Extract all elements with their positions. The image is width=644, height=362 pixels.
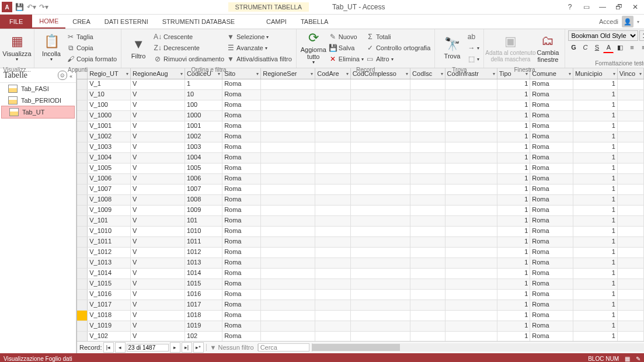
- cell-codisc[interactable]: [410, 185, 445, 194]
- cell-codare[interactable]: [315, 311, 350, 321]
- nav-item-tab_fasi[interactable]: Tab_FASI: [0, 83, 76, 95]
- cell-regioneaug[interactable]: V: [131, 121, 185, 131]
- replace-button[interactable]: ab: [466, 32, 481, 42]
- cell-regioneaug[interactable]: V: [131, 258, 185, 268]
- cell-tipo[interactable]: 1: [497, 269, 531, 279]
- cell-vinco[interactable]: [618, 332, 644, 341]
- row-selector[interactable]: [77, 248, 88, 257]
- cell-codare[interactable]: [315, 290, 350, 300]
- cell-regioneser[interactable]: [261, 290, 315, 300]
- prev-record-button[interactable]: ◂: [115, 342, 126, 353]
- cell-codare[interactable]: [315, 111, 350, 121]
- cell-regioneser[interactable]: [261, 174, 315, 184]
- cell-municipio[interactable]: 1: [573, 206, 618, 215]
- copia-formato-button[interactable]: 🖌Copia formato: [65, 54, 118, 64]
- cell-sito[interactable]: Roma: [222, 227, 261, 236]
- cell-regioneser[interactable]: [261, 248, 315, 257]
- cell-regioneser[interactable]: [261, 237, 315, 247]
- cell-sito[interactable]: Roma: [222, 290, 261, 300]
- cell-sito[interactable]: Roma: [222, 258, 261, 268]
- cell-municipio[interactable]: 1: [573, 311, 618, 321]
- row-selector[interactable]: [77, 269, 88, 279]
- elimina-button[interactable]: ✕Elimina▾: [328, 54, 365, 64]
- table-row[interactable]: V_101V101Roma1Roma1: [77, 216, 644, 227]
- bold-button[interactable]: G: [568, 42, 579, 53]
- cell-codice[interactable]: 1002: [185, 132, 222, 142]
- row-selector[interactable]: [77, 163, 88, 173]
- cell-regioneaug[interactable]: V: [131, 248, 185, 257]
- table-row[interactable]: V_1011V1011Roma1Roma1: [77, 237, 644, 248]
- tab-crea[interactable]: CREA: [65, 15, 98, 29]
- cell-vinco[interactable]: [618, 258, 644, 268]
- cell-codcomplesso[interactable]: [351, 258, 410, 268]
- row-selector[interactable]: [77, 185, 88, 194]
- cell-codinfrastr[interactable]: [445, 269, 497, 279]
- cell-comune[interactable]: Roma: [530, 227, 573, 236]
- cell-regioneser[interactable]: [261, 300, 315, 310]
- cell-codinfrastr[interactable]: [445, 153, 497, 163]
- row-selector[interactable]: [77, 100, 88, 110]
- cell-municipio[interactable]: 1: [573, 111, 618, 121]
- salva-button[interactable]: 💾Salva: [328, 43, 365, 53]
- cell-regio[interactable]: V_1010: [88, 227, 131, 236]
- cell-codinfrastr[interactable]: [445, 195, 497, 205]
- cell-sito[interactable]: Roma: [222, 153, 261, 163]
- decrescente-button[interactable]: Z↓Decrescente: [152, 43, 225, 53]
- cell-regio[interactable]: V_1016: [88, 290, 131, 300]
- cell-vinco[interactable]: [618, 248, 644, 257]
- cell-codcomplesso[interactable]: [351, 206, 410, 215]
- table-row[interactable]: V_100V100Roma1Roma1: [77, 100, 644, 111]
- cell-codice[interactable]: 1015: [185, 279, 222, 289]
- cell-codisc[interactable]: [410, 153, 445, 163]
- cell-codcomplesso[interactable]: [351, 311, 410, 321]
- cell-regioneser[interactable]: [261, 269, 315, 279]
- cell-sito[interactable]: Roma: [222, 163, 261, 173]
- column-dropdown-icon[interactable]: ▾: [639, 71, 642, 76]
- cell-tipo[interactable]: 1: [497, 174, 531, 184]
- cell-regioneser[interactable]: [261, 332, 315, 341]
- close-button[interactable]: ✕: [628, 1, 643, 13]
- selezione-button[interactable]: ▼Selezione▾: [225, 32, 293, 42]
- cell-codare[interactable]: [315, 174, 350, 184]
- cell-regio[interactable]: V_1015: [88, 279, 131, 289]
- cell-codcomplesso[interactable]: [351, 111, 410, 121]
- column-header-vinco[interactable]: Vinco▾: [618, 68, 644, 79]
- scrollbar-thumb[interactable]: [312, 344, 400, 351]
- cell-regio[interactable]: V_100: [88, 100, 131, 110]
- taglia-button[interactable]: ✂Taglia: [65, 32, 118, 42]
- cell-codice[interactable]: 1005: [185, 163, 222, 173]
- cell-tipo[interactable]: 1: [497, 153, 531, 163]
- cell-codinfrastr[interactable]: [445, 121, 497, 131]
- column-dropdown-icon[interactable]: ▾: [613, 71, 615, 76]
- column-dropdown-icon[interactable]: ▾: [569, 71, 571, 76]
- cell-regioneaug[interactable]: V: [131, 237, 185, 247]
- incolla-button[interactable]: 📋 Incolla ▾: [37, 30, 65, 65]
- cell-regioneaug[interactable]: V: [131, 332, 185, 341]
- table-row[interactable]: V_1018V1018Roma1Roma1: [77, 311, 644, 321]
- cell-sito[interactable]: Roma: [222, 195, 261, 205]
- copia-button[interactable]: ⧉Copia: [65, 43, 118, 53]
- cell-sito[interactable]: Roma: [222, 206, 261, 215]
- cell-codcomplesso[interactable]: [351, 279, 410, 289]
- cell-vinco[interactable]: [618, 121, 644, 131]
- cell-municipio[interactable]: 1: [573, 132, 618, 142]
- cell-codice[interactable]: 1012: [185, 248, 222, 257]
- cell-codare[interactable]: [315, 300, 350, 310]
- cell-regioneser[interactable]: [261, 111, 315, 121]
- cell-codinfrastr[interactable]: [445, 216, 497, 226]
- account-dropdown-icon[interactable]: ▾: [637, 19, 639, 25]
- goto-button[interactable]: →▾: [466, 43, 481, 53]
- cell-codare[interactable]: [315, 248, 350, 257]
- table-row[interactable]: V_1002V1002Roma1Roma1: [77, 132, 644, 142]
- cell-codcomplesso[interactable]: [351, 237, 410, 247]
- cell-codice[interactable]: 1004: [185, 153, 222, 163]
- row-selector[interactable]: [77, 79, 88, 89]
- datasheet-body[interactable]: V_1V1Roma1Roma1V_10V10Roma1Roma1V_100V10…: [77, 79, 644, 341]
- cell-comune[interactable]: Roma: [530, 90, 573, 100]
- redo-icon[interactable]: ↷▾: [39, 2, 49, 12]
- cell-tipo[interactable]: 1: [497, 237, 531, 247]
- nav-item-tab_periodi[interactable]: Tab_PERIODI: [0, 95, 76, 106]
- cell-codinfrastr[interactable]: [445, 248, 497, 257]
- cell-regio[interactable]: V_1008: [88, 195, 131, 205]
- cell-municipio[interactable]: 1: [573, 248, 618, 257]
